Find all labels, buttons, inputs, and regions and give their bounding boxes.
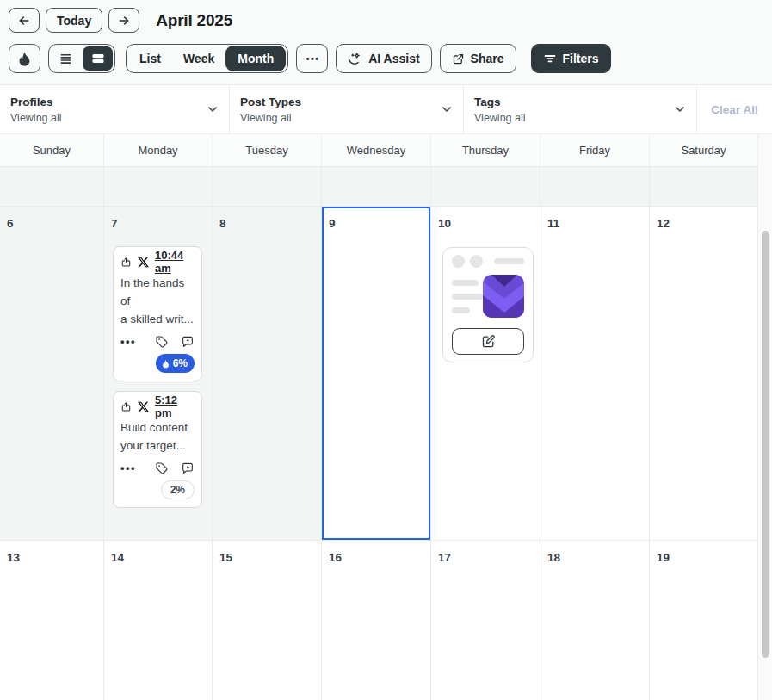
day-cell[interactable]: [650, 167, 758, 206]
post-types-filter-dropdown[interactable]: Post Types Viewing all: [230, 85, 464, 133]
profiles-filter-value: Viewing all: [10, 112, 229, 124]
post-card-header: 10:44 am: [120, 255, 195, 269]
pencil-square-icon: [481, 334, 496, 349]
day-cell[interactable]: [431, 167, 540, 206]
date-number: 13: [0, 541, 103, 564]
placeholder-bar: [452, 307, 470, 313]
date-number: 15: [213, 541, 321, 564]
draft-placeholder-card[interactable]: [442, 247, 534, 362]
day-cell-apr-6[interactable]: 6: [0, 207, 104, 540]
date-number: 10: [431, 207, 540, 230]
tags-filter-value: Viewing all: [474, 112, 696, 124]
day-cell-apr-13[interactable]: 13: [0, 541, 104, 700]
placeholder-bars: [452, 280, 483, 318]
placeholder-bar: [452, 280, 479, 286]
x-twitter-icon: [138, 401, 149, 412]
scrollbar-thumb[interactable]: [762, 231, 769, 658]
post-time-link[interactable]: 5:12 pm: [155, 393, 195, 419]
day-cell-apr-17[interactable]: 17: [431, 541, 540, 700]
density-toggle: [48, 44, 115, 73]
placeholder-circle: [470, 255, 483, 268]
week-row-apr-13-19: 13 14 15 16 17 18 19: [0, 541, 758, 700]
day-cell-apr-7[interactable]: 7 10:44 am In the hands of a skilled wri…: [104, 207, 213, 540]
prev-period-button[interactable]: [9, 8, 40, 33]
post-menu-button[interactable]: •••: [120, 466, 136, 470]
day-cell-apr-16[interactable]: 16: [322, 541, 431, 700]
page-title: April 2025: [156, 11, 232, 30]
post-text: Build content your target...: [120, 418, 195, 455]
filters-button[interactable]: Filters: [531, 44, 611, 73]
share-external-icon: [452, 53, 465, 65]
post-card-header: 5:12 pm: [120, 400, 195, 413]
day-cell-apr-12[interactable]: 12: [650, 207, 758, 540]
scrollbar-track[interactable]: [758, 134, 772, 700]
ai-assist-button[interactable]: AI Assist: [336, 44, 431, 73]
filter-bar: Profiles Viewing all Post Types Viewing …: [0, 85, 772, 134]
day-cell-apr-14[interactable]: 14: [104, 541, 213, 700]
day-header-sunday: Sunday: [0, 134, 104, 166]
filter-lines-icon: [543, 52, 557, 65]
streak-flame-button[interactable]: [9, 44, 40, 73]
calendar-month-view: Sunday Monday Tuesday Wednesday Thursday…: [0, 134, 772, 700]
day-cell[interactable]: [213, 167, 322, 206]
x-twitter-icon: [138, 257, 149, 268]
boost-comment-icon[interactable]: [181, 462, 195, 475]
clear-all-link[interactable]: Clear All: [697, 85, 772, 133]
boost-comment-icon[interactable]: [181, 335, 195, 349]
post-card-512pm[interactable]: 5:12 pm Build content your target... •••: [113, 391, 202, 508]
tag-icon[interactable]: [155, 335, 169, 349]
engagement-badge: 2%: [161, 480, 195, 499]
tab-month[interactable]: Month: [225, 46, 286, 71]
purple-envelope-art: [483, 275, 524, 318]
next-period-button[interactable]: [108, 8, 139, 33]
flame-icon: [16, 51, 33, 67]
engagement-badge: 6%: [156, 354, 195, 373]
ellipsis-icon: •••: [305, 54, 320, 64]
day-cell-apr-8[interactable]: 8: [213, 207, 322, 540]
engagement-value: 2%: [170, 484, 185, 496]
placeholder-bar: [452, 294, 483, 300]
day-cell-apr-18[interactable]: 18: [540, 541, 650, 700]
chevron-down-icon: [206, 102, 219, 116]
today-button[interactable]: Today: [46, 8, 102, 33]
week-row-apr-6-12: 6 7 10:44 am In the hands of a skilled w…: [0, 207, 758, 541]
post-card-footer: •••: [120, 335, 195, 349]
topbar: Today April 2025: [0, 0, 772, 85]
post-card-1044am[interactable]: 10:44 am In the hands of a skilled writ.…: [113, 246, 202, 381]
date-number: 8: [213, 207, 321, 230]
post-types-filter-value: Viewing all: [240, 112, 463, 124]
post-menu-button[interactable]: •••: [120, 339, 136, 344]
share-button[interactable]: Share: [440, 44, 516, 73]
day-cell-apr-19[interactable]: 19: [650, 541, 758, 700]
badge-row: 6%: [120, 354, 195, 373]
more-options-button[interactable]: •••: [296, 44, 328, 73]
day-cell[interactable]: [0, 167, 104, 206]
chevron-down-icon: [440, 102, 454, 116]
placeholder-body: [452, 275, 524, 318]
day-header-wednesday: Wednesday: [322, 134, 431, 166]
tab-list[interactable]: List: [128, 46, 172, 71]
day-header-thursday: Thursday: [431, 134, 540, 166]
day-cell[interactable]: [322, 167, 431, 206]
date-number: 14: [104, 541, 212, 564]
day-cell[interactable]: [540, 167, 650, 206]
day-cell-apr-9-selected[interactable]: 9: [322, 207, 431, 540]
day-header-friday: Friday: [540, 134, 650, 166]
post-time-link[interactable]: 10:44 am: [155, 249, 195, 275]
compact-list-view-button[interactable]: [51, 46, 81, 71]
card-rows-icon: [91, 52, 105, 65]
tags-filter-dropdown[interactable]: Tags Viewing all: [464, 85, 697, 133]
tab-week[interactable]: Week: [172, 46, 225, 71]
day-cell[interactable]: [104, 167, 213, 206]
date-number: 6: [0, 207, 103, 230]
card-view-button[interactable]: [83, 46, 113, 71]
placeholder-bar: [494, 258, 524, 264]
chevron-down-icon: [673, 102, 687, 116]
profiles-filter-dropdown[interactable]: Profiles Viewing all: [0, 85, 230, 133]
day-cell-apr-11[interactable]: 11: [540, 207, 650, 540]
day-cell-apr-15[interactable]: 15: [213, 541, 322, 700]
day-cell-apr-10[interactable]: 10: [431, 207, 540, 540]
edit-draft-button[interactable]: [452, 328, 524, 355]
placeholder-circle: [452, 255, 465, 268]
tag-icon[interactable]: [155, 462, 169, 475]
